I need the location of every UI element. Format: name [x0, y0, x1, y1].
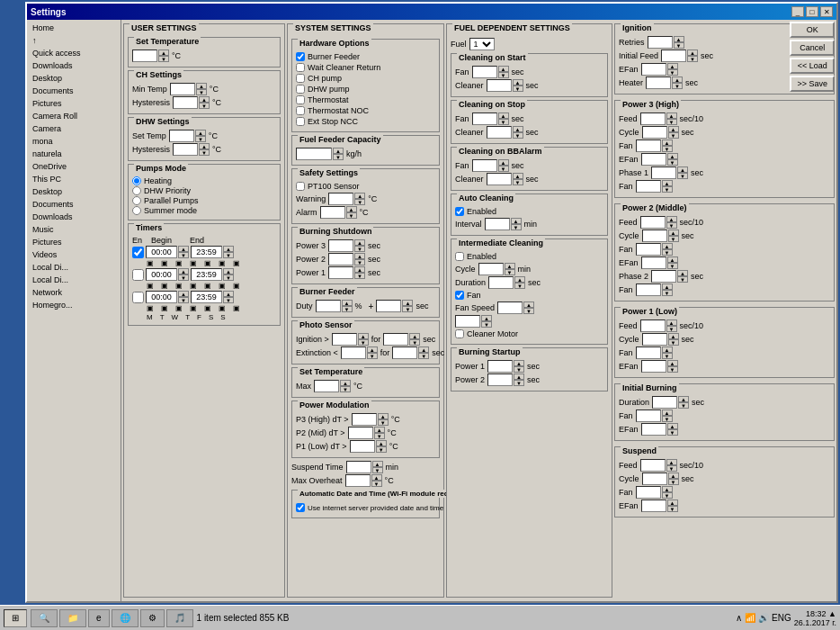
sus-efan-up[interactable]: ▲: [667, 500, 678, 506]
set-temp-up[interactable]: ▲: [158, 50, 169, 56]
p3h-fan-down[interactable]: ▼: [662, 146, 673, 152]
initial-feed-input[interactable]: 25: [661, 50, 686, 62]
maximize-button[interactable]: □: [806, 6, 818, 17]
cbb-cleaner-up[interactable]: ▲: [513, 173, 523, 179]
cos-cleaner-up[interactable]: ▲: [513, 79, 523, 86]
sidebar-item-homegro[interactable]: Homegro...: [29, 299, 119, 311]
initial-feed-down[interactable]: ▼: [687, 56, 698, 62]
fuel-feeder-input[interactable]: 100: [296, 148, 332, 160]
p3h-fan-up[interactable]: ▲: [662, 140, 673, 146]
duty-up[interactable]: ▲: [342, 300, 353, 306]
ib-efan-down[interactable]: ▼: [667, 429, 678, 436]
dhw-hysteresis-input[interactable]: 5: [173, 143, 198, 156]
p1l-fan-down[interactable]: ▼: [662, 353, 673, 359]
p2m-cycle-input[interactable]: 30: [642, 230, 667, 242]
search-button[interactable]: 🔍: [31, 609, 58, 627]
csp-cleaner-down[interactable]: ▼: [513, 132, 523, 139]
csp-fan-input[interactable]: 180: [472, 112, 497, 125]
min-temp-input[interactable]: 60: [170, 83, 195, 95]
phase1-down[interactable]: ▼: [677, 173, 688, 179]
bs-p3-input[interactable]: 60: [328, 239, 353, 252]
cos-fan-up[interactable]: ▲: [498, 66, 509, 72]
max-overheat-up[interactable]: ▲: [371, 474, 382, 481]
ign-efan-input[interactable]: 0: [641, 63, 666, 76]
sys-max-up[interactable]: ▲: [340, 380, 351, 386]
warning-up[interactable]: ▲: [354, 193, 365, 199]
fuel-select[interactable]: 1 2 3: [469, 38, 495, 50]
heater-input[interactable]: 30: [646, 76, 671, 89]
p1l-feed-up[interactable]: ▲: [666, 320, 677, 326]
sidebar-item-onedrive[interactable]: OneDrive: [29, 160, 119, 173]
heater-down[interactable]: ▼: [672, 83, 683, 89]
bs-p3-down[interactable]: ▼: [354, 246, 365, 252]
bs-pw2-down[interactable]: ▼: [514, 380, 524, 386]
ic-cycle-down[interactable]: ▼: [505, 269, 515, 275]
p1l-fan-input[interactable]: 8: [636, 346, 661, 359]
ib-duration-down[interactable]: ▼: [678, 402, 689, 409]
suspend-time-input[interactable]: 20: [346, 461, 371, 473]
phase1-input[interactable]: 120: [651, 166, 676, 179]
sus-fan-input[interactable]: 5: [636, 486, 661, 499]
p3h-feed-input[interactable]: 70: [640, 112, 666, 125]
dhw-priority-radio[interactable]: [132, 186, 141, 195]
p3h-cycle-up[interactable]: ▲: [668, 126, 679, 132]
p1l-cycle-input[interactable]: 30: [642, 333, 667, 346]
duty-input[interactable]: 170: [316, 300, 341, 312]
sidebar-item-documents[interactable]: Documents: [29, 85, 119, 97]
burner-feeder-check[interactable]: [296, 52, 305, 61]
bs-p1-input[interactable]: 60: [328, 266, 353, 279]
sidebar-item-music[interactable]: Music: [29, 223, 119, 236]
bs-p1-down[interactable]: ▼: [354, 273, 365, 279]
ac-interval-down[interactable]: ▼: [511, 224, 522, 230]
ign-efan-up[interactable]: ▲: [667, 63, 678, 69]
csp-cleaner-up[interactable]: ▲: [513, 126, 523, 132]
ib-duration-up[interactable]: ▲: [678, 396, 689, 402]
p1l-cycle-down[interactable]: ▼: [668, 339, 679, 346]
bs-p3-up[interactable]: ▲: [354, 239, 365, 246]
timer2-begin-up[interactable]: ▲: [178, 268, 189, 274]
ic-duration-input[interactable]: 30: [488, 276, 514, 289]
ic-fan-speed2-down[interactable]: ▼: [481, 321, 492, 328]
p2m-feed-input[interactable]: 60: [640, 216, 666, 229]
p3h-efan-down[interactable]: ▼: [667, 159, 678, 166]
initial-feed-up[interactable]: ▲: [687, 50, 698, 56]
ic-fan-check[interactable]: [455, 291, 464, 300]
heater-up[interactable]: ▲: [672, 76, 683, 83]
timer2-end-down[interactable]: ▼: [223, 274, 234, 281]
phase2-input[interactable]: 180: [651, 270, 676, 283]
phase2-down[interactable]: ▼: [677, 276, 688, 283]
bs-pw1-up[interactable]: ▲: [514, 360, 524, 366]
bs-pw1-input[interactable]: 60: [487, 360, 513, 373]
ignition-sec-input[interactable]: 20: [383, 333, 408, 346]
ignition-sec-up[interactable]: ▲: [409, 333, 420, 339]
summer-mode-radio[interactable]: [132, 206, 141, 215]
use-internet-check[interactable]: [296, 503, 305, 512]
file-explorer-button[interactable]: 📁: [59, 609, 86, 627]
timer1-end-up[interactable]: ▲: [223, 246, 234, 252]
warning-down[interactable]: ▼: [354, 199, 365, 205]
p2m-efan-input[interactable]: 50: [641, 256, 666, 269]
csp-fan-up[interactable]: ▲: [498, 112, 509, 119]
ib-fan-up[interactable]: ▲: [662, 410, 673, 416]
suspend-time-up[interactable]: ▲: [372, 461, 383, 467]
timer1-enable[interactable]: [132, 247, 144, 258]
p3-input[interactable]: 10: [352, 413, 377, 426]
extinction-input[interactable]: 40: [341, 346, 366, 359]
bs-p2-input[interactable]: 60: [328, 253, 353, 266]
sidebar-item-downloads2[interactable]: Downloads: [29, 211, 119, 223]
ib-fan-input[interactable]: 10: [636, 410, 661, 422]
ic-fan-speed-down[interactable]: ▼: [523, 308, 534, 314]
fan-phase2-input[interactable]: 3: [636, 284, 661, 296]
min-temp-up[interactable]: ▲: [196, 83, 207, 89]
set-temp-input[interactable]: 65: [132, 50, 157, 62]
csp-fan-down[interactable]: ▼: [498, 119, 509, 125]
offset-input[interactable]: 0: [376, 300, 401, 312]
min-temp-down[interactable]: ▼: [196, 89, 207, 95]
phase1-up[interactable]: ▲: [677, 166, 688, 173]
wait-cleaner-check[interactable]: [296, 63, 305, 72]
ic-cleaner-motor-check[interactable]: [455, 329, 464, 338]
sus-efan-down[interactable]: ▼: [667, 506, 678, 512]
retries-input[interactable]: 3: [648, 36, 673, 49]
dhw-hyst-up[interactable]: ▲: [199, 143, 210, 149]
thermostat-noc-check[interactable]: [296, 106, 305, 115]
